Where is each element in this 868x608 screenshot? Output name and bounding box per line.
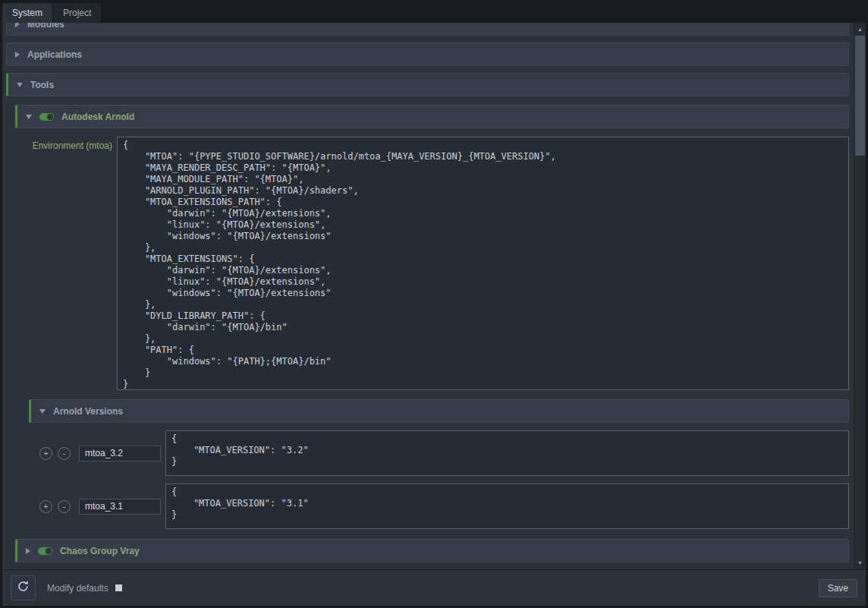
chevron-right-icon: [15, 23, 20, 27]
section-chaos-group-vray[interactable]: Chaos Group Vray: [15, 539, 849, 562]
save-button[interactable]: Save: [819, 579, 857, 597]
section-tools-label: Tools: [30, 80, 54, 90]
settings-content: Modules Applications Tools Autodesk Arno…: [2, 23, 854, 569]
environment-row: Environment (mtoa) { "MTOA": "{PYPE_STUD…: [15, 137, 849, 390]
section-modules[interactable]: Modules: [6, 23, 849, 36]
refresh-button[interactable]: [11, 575, 36, 600]
arnold-versions-group: Arnold Versions + - { "MTOA_V: [29, 399, 849, 529]
chevron-down-icon: [17, 83, 23, 87]
add-item-button[interactable]: +: [39, 447, 52, 460]
tab-system-label: System: [12, 8, 42, 18]
remove-item-button[interactable]: -: [58, 500, 71, 513]
autodesk-arnold-body: Environment (mtoa) { "MTOA": "{PYPE_STUD…: [15, 128, 849, 562]
enabled-toggle[interactable]: [39, 113, 54, 121]
scroll-up-arrow-icon[interactable]: ▲: [854, 24, 866, 35]
version-value-wrap: { "MTOA_VERSION": "3.1" }: [165, 484, 849, 529]
tab-bar: System Project: [0, 0, 868, 23]
modify-defaults-control: Modify defaults: [47, 583, 122, 594]
environment-label: Environment (mtoa): [15, 137, 112, 151]
add-item-button[interactable]: +: [39, 500, 52, 513]
scrollbar-thumb[interactable]: [855, 36, 865, 156]
refresh-icon: [17, 580, 30, 596]
section-autodesk-arnold-label: Autodesk Arnold: [61, 112, 134, 122]
chevron-down-icon: [39, 409, 46, 414]
modify-defaults-checkbox[interactable]: [115, 584, 122, 591]
version-key-input[interactable]: [79, 446, 161, 462]
settings-scroll-area: Modules Applications Tools Autodesk Arno…: [2, 23, 866, 569]
environment-json-editor[interactable]: { "MTOA": "{PYPE_STUDIO_SOFTWARE}/arnold…: [117, 137, 849, 390]
version-value-wrap: { "MTOA_VERSION": "3.2" }: [165, 430, 849, 476]
version-row: + - { "MTOA_VERSION": "3.1" }: [29, 484, 849, 529]
settings-window: System Project Modules Applications Tool…: [0, 0, 868, 608]
tools-body: Autodesk Arnold Environment (mtoa) { "MT…: [6, 96, 849, 562]
section-modules-label: Modules: [27, 23, 64, 30]
version-json-editor[interactable]: { "MTOA_VERSION": "3.1" }: [165, 484, 849, 529]
chevron-right-icon: [15, 52, 20, 58]
section-autodesk-arnold[interactable]: Autodesk Arnold: [15, 105, 849, 128]
version-key-wrap: [79, 499, 161, 515]
section-tools[interactable]: Tools: [6, 73, 849, 96]
section-chaos-group-vray-label: Chaos Group Vray: [60, 546, 140, 556]
modify-defaults-label: Modify defaults: [47, 583, 108, 594]
environment-editor-wrap: { "MTOA": "{PYPE_STUDIO_SOFTWARE}/arnold…: [117, 137, 849, 390]
version-key-input[interactable]: [79, 499, 161, 515]
section-arnold-versions-label: Arnold Versions: [53, 406, 123, 417]
vertical-scrollbar[interactable]: ▲ ▼: [854, 23, 866, 569]
version-key-wrap: [79, 446, 161, 462]
tab-project[interactable]: Project: [53, 3, 101, 23]
version-json-editor[interactable]: { "MTOA_VERSION": "3.2" }: [165, 430, 849, 476]
section-arnold-versions[interactable]: Arnold Versions: [29, 399, 849, 423]
footer-bar: Modify defaults Save: [2, 569, 866, 606]
version-row: + - { "MTOA_VERSION": "3.2" }: [29, 430, 849, 476]
enabled-toggle[interactable]: [38, 547, 52, 555]
chevron-right-icon: [26, 548, 30, 554]
row-buttons: + -: [39, 447, 71, 460]
section-applications-label: Applications: [27, 49, 82, 60]
section-applications[interactable]: Applications: [6, 43, 849, 66]
remove-item-button[interactable]: -: [58, 447, 71, 460]
tab-project-label: Project: [63, 8, 91, 18]
chevron-down-icon: [26, 115, 32, 119]
tab-system[interactable]: System: [2, 3, 52, 23]
row-buttons: + -: [39, 500, 71, 513]
scroll-down-arrow-icon[interactable]: ▼: [854, 557, 866, 569]
